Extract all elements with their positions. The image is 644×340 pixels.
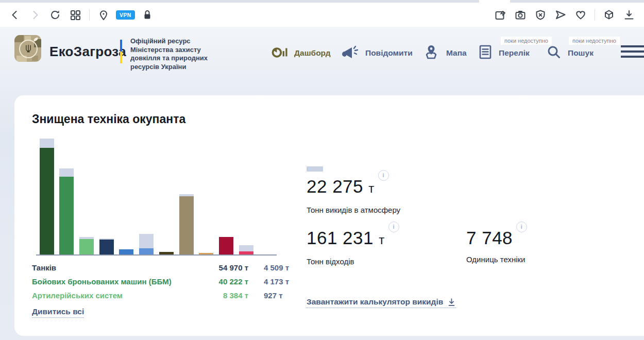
- trident-emblem: [19, 40, 38, 58]
- download-calculator-label: Завантажити калькулятор викидів: [307, 297, 443, 307]
- row-value-main: 54 970 т: [176, 263, 248, 272]
- destroyed-equipment-card: Знищена техніка окупанта Танків 54 970 т…: [14, 95, 644, 336]
- toolbar-left-group: VPN: [7, 7, 155, 23]
- ministry-line: Офіційний ресурс: [130, 37, 208, 46]
- reload-icon[interactable]: [47, 7, 63, 23]
- nav-map[interactable]: Мапа: [422, 45, 467, 61]
- row-label: Танків: [32, 263, 56, 272]
- chart-bar-main-segment: [79, 239, 94, 254]
- table-row[interactable]: Бойових броньованих машин (ББМ) 40 222 т…: [32, 277, 300, 287]
- stat-label: Одиниць техніки: [466, 255, 527, 264]
- shield-x-icon[interactable]: [533, 7, 548, 23]
- row-value-extra: 4 173 т: [264, 277, 289, 286]
- stat-label: Тонн відходів: [307, 257, 399, 266]
- ministry-caption: Офіційний ресурс Міністерства захисту до…: [130, 37, 208, 71]
- ekozagroza-page: ЕкоЗагроза Офіційний ресурс Міністерства…: [0, 27, 644, 340]
- perelik-unavailable-badge: поки недоступно: [501, 37, 552, 45]
- map-pin-icon: [422, 44, 440, 62]
- chart-bar[interactable]: [219, 237, 233, 254]
- chart-bar-extra-segment: [40, 139, 54, 148]
- chart-bar-main-segment: [139, 248, 154, 254]
- ministry-line: довкілля та природних: [130, 54, 208, 63]
- stat-unit: т: [379, 233, 385, 247]
- stat-swatch: [307, 166, 323, 172]
- ministry-line: ресурсів України: [130, 63, 208, 72]
- chart-bar[interactable]: [79, 237, 94, 254]
- chart-bar-main-segment: [40, 148, 54, 254]
- dashboard-icon: [272, 45, 288, 61]
- pin-page-icon[interactable]: [493, 7, 508, 23]
- row-value-main: 8 384 т: [176, 291, 248, 300]
- grid-tabs-icon[interactable]: [67, 7, 83, 23]
- megaphone-icon: [342, 44, 359, 62]
- nav-report[interactable]: Повідомити: [342, 45, 413, 61]
- see-all-link[interactable]: Дивитись всі: [32, 307, 84, 318]
- row-label: Артилерійських систем: [32, 291, 123, 300]
- equipment-chart: [36, 138, 277, 256]
- lock-icon[interactable]: [140, 7, 155, 23]
- nav-search[interactable]: Пошук: [546, 45, 594, 61]
- chart-bar[interactable]: [59, 168, 74, 254]
- chart-bar[interactable]: [159, 252, 174, 254]
- forward-icon[interactable]: [27, 7, 43, 23]
- nav-label: Повідомити: [365, 48, 413, 58]
- brand-title[interactable]: ЕкоЗагроза: [49, 44, 126, 60]
- ukraine-flag-bar: [120, 40, 122, 63]
- nav-label: Мапа: [446, 48, 467, 58]
- cube-icon[interactable]: [601, 7, 617, 23]
- info-icon[interactable]: i: [378, 170, 389, 181]
- toolbar-right-group: [493, 7, 637, 23]
- chart-bar-extra-segment: [59, 168, 74, 177]
- info-icon[interactable]: i: [516, 222, 527, 232]
- chart-bar[interactable]: [99, 239, 114, 254]
- download-icon[interactable]: [621, 7, 637, 23]
- chart-bar[interactable]: [179, 194, 194, 254]
- camera-icon[interactable]: [513, 7, 528, 23]
- chart-bar-main-segment: [99, 240, 114, 254]
- chart-bar-main-segment: [199, 253, 213, 254]
- chart-bar-main-segment: [159, 252, 174, 254]
- stat-emissions: 22 275 тi Тонн викидів в атмосферу: [307, 166, 400, 214]
- nav-list[interactable]: Перелік: [478, 45, 530, 61]
- table-row[interactable]: Артилерійських систем 8 384 т 927 т: [32, 291, 300, 301]
- heart-icon[interactable]: [573, 7, 588, 23]
- chart-bar[interactable]: [40, 139, 54, 254]
- list-document-icon: [478, 44, 493, 62]
- search-icon: [546, 44, 562, 62]
- row-value-main: 40 222 т: [176, 277, 248, 286]
- info-icon[interactable]: i: [388, 222, 399, 232]
- browser-window: VPN: [0, 0, 644, 340]
- poshuk-unavailable-badge: поки недоступно: [569, 37, 620, 45]
- nav-label: Дашборд: [294, 48, 331, 58]
- browser-toolbar: VPN: [0, 3, 644, 27]
- see-all-link-wrap: Дивитись всі: [32, 307, 84, 318]
- chart-bar[interactable]: [139, 234, 154, 254]
- stat-value: 7 748i: [466, 228, 527, 248]
- vpn-badge[interactable]: VPN: [116, 10, 135, 20]
- chart-bar-main-segment: [219, 237, 233, 254]
- send-icon[interactable]: [553, 7, 568, 23]
- stat-value: 22 275 тi: [307, 176, 400, 199]
- chart-bar[interactable]: [239, 245, 253, 254]
- back-icon[interactable]: [7, 7, 23, 23]
- download-arrow-icon: [447, 298, 456, 307]
- download-calculator-wrap: Завантажити калькулятор викидів: [307, 297, 456, 308]
- table-row[interactable]: Танків 54 970 т 4 509 т: [32, 263, 300, 274]
- chart-bar-main-segment: [179, 196, 194, 254]
- card-title: Знищена техніка окупанта: [32, 112, 185, 126]
- toolbar-divider: [595, 9, 595, 21]
- nav-label: Пошук: [568, 48, 594, 58]
- chart-bar[interactable]: [199, 253, 213, 254]
- download-calculator-link[interactable]: Завантажити калькулятор викидів: [307, 297, 456, 308]
- ekozagroza-logo[interactable]: [14, 35, 41, 62]
- nav-dashboard[interactable]: Дашборд: [272, 45, 331, 61]
- location-pin-icon[interactable]: [96, 7, 111, 23]
- chart-bar-main-segment: [239, 251, 253, 254]
- stat-value: 161 231 тi: [307, 228, 399, 250]
- toolbar-divider: [89, 9, 90, 21]
- stat-waste: 161 231 тi Тонн відходів: [307, 228, 399, 266]
- chart-bar-main-segment: [59, 177, 74, 254]
- menu-hamburger-icon[interactable]: [621, 45, 644, 61]
- chart-bar-extra-segment: [239, 245, 253, 251]
- chart-bar[interactable]: [119, 249, 133, 254]
